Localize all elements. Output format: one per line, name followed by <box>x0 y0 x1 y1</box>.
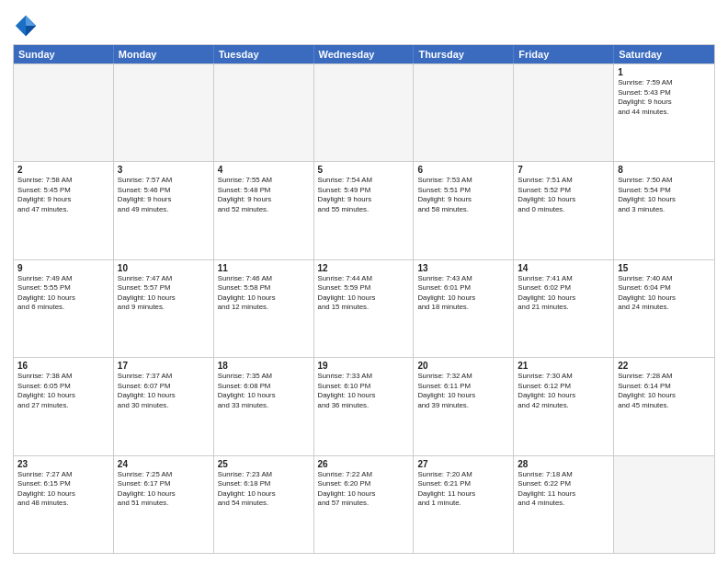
cal-cell-1-2: 4Sunrise: 7:55 AM Sunset: 5:48 PM Daylig… <box>214 162 314 259</box>
day-number: 21 <box>518 361 609 371</box>
day-number: 25 <box>218 459 310 469</box>
day-number: 17 <box>118 361 210 371</box>
day-number: 12 <box>318 263 410 273</box>
cal-cell-4-4: 27Sunrise: 7:20 AM Sunset: 6:21 PM Dayli… <box>414 456 514 553</box>
day-info: Sunrise: 7:27 AM Sunset: 6:15 PM Dayligh… <box>17 470 109 509</box>
cal-row-2: 9Sunrise: 7:49 AM Sunset: 5:55 PM Daylig… <box>14 259 714 357</box>
day-info: Sunrise: 7:33 AM Sunset: 6:10 PM Dayligh… <box>318 372 410 410</box>
day-number: 26 <box>318 459 410 469</box>
cal-row-0: 1Sunrise: 7:59 AM Sunset: 5:43 PM Daylig… <box>14 63 714 161</box>
cal-cell-0-1 <box>114 64 214 161</box>
cal-cell-2-1: 10Sunrise: 7:47 AM Sunset: 5:57 PM Dayli… <box>114 260 214 357</box>
cal-cell-3-1: 17Sunrise: 7:37 AM Sunset: 6:07 PM Dayli… <box>114 358 214 454</box>
day-info: Sunrise: 7:40 AM Sunset: 6:04 PM Dayligh… <box>618 274 711 313</box>
cal-cell-4-6 <box>614 456 714 553</box>
day-number: 9 <box>17 263 109 273</box>
cal-cell-3-4: 20Sunrise: 7:32 AM Sunset: 6:11 PM Dayli… <box>414 358 514 454</box>
cal-cell-1-1: 3Sunrise: 7:57 AM Sunset: 5:46 PM Daylig… <box>114 162 214 259</box>
day-info: Sunrise: 7:41 AM Sunset: 6:02 PM Dayligh… <box>518 274 609 313</box>
cal-cell-4-1: 24Sunrise: 7:25 AM Sunset: 6:17 PM Dayli… <box>114 456 214 553</box>
cal-cell-0-6: 1Sunrise: 7:59 AM Sunset: 5:43 PM Daylig… <box>614 64 714 161</box>
day-info: Sunrise: 7:28 AM Sunset: 6:14 PM Dayligh… <box>618 372 711 410</box>
day-info: Sunrise: 7:47 AM Sunset: 5:57 PM Dayligh… <box>118 274 210 313</box>
cal-cell-0-3 <box>314 64 415 161</box>
day-number: 6 <box>417 165 509 175</box>
calendar-body: 1Sunrise: 7:59 AM Sunset: 5:43 PM Daylig… <box>14 63 714 553</box>
cal-header-wednesday: Wednesday <box>314 45 415 63</box>
day-info: Sunrise: 7:53 AM Sunset: 5:51 PM Dayligh… <box>417 176 509 214</box>
cal-cell-1-0: 2Sunrise: 7:58 AM Sunset: 5:45 PM Daylig… <box>14 162 114 259</box>
day-info: Sunrise: 7:18 AM Sunset: 6:22 PM Dayligh… <box>518 470 609 509</box>
day-number: 10 <box>118 263 210 273</box>
cal-cell-0-2 <box>214 64 314 161</box>
cal-header-monday: Monday <box>114 45 214 63</box>
day-info: Sunrise: 7:57 AM Sunset: 5:46 PM Dayligh… <box>118 176 210 214</box>
cal-header-saturday: Saturday <box>614 45 714 63</box>
day-info: Sunrise: 7:43 AM Sunset: 6:01 PM Dayligh… <box>417 274 509 313</box>
day-number: 13 <box>417 263 509 273</box>
cal-row-3: 16Sunrise: 7:38 AM Sunset: 6:05 PM Dayli… <box>14 357 714 454</box>
cal-cell-4-5: 28Sunrise: 7:18 AM Sunset: 6:22 PM Dayli… <box>514 456 614 553</box>
day-info: Sunrise: 7:51 AM Sunset: 5:52 PM Dayligh… <box>518 176 609 214</box>
day-number: 18 <box>218 361 310 371</box>
cal-header-tuesday: Tuesday <box>214 45 314 63</box>
cal-cell-4-0: 23Sunrise: 7:27 AM Sunset: 6:15 PM Dayli… <box>14 456 114 553</box>
cal-cell-3-2: 18Sunrise: 7:35 AM Sunset: 6:08 PM Dayli… <box>214 358 314 454</box>
day-info: Sunrise: 7:55 AM Sunset: 5:48 PM Dayligh… <box>218 176 310 214</box>
day-number: 3 <box>118 165 210 175</box>
cal-cell-4-3: 26Sunrise: 7:22 AM Sunset: 6:20 PM Dayli… <box>314 456 415 553</box>
day-info: Sunrise: 7:58 AM Sunset: 5:45 PM Dayligh… <box>17 176 109 214</box>
cal-cell-2-4: 13Sunrise: 7:43 AM Sunset: 6:01 PM Dayli… <box>414 260 514 357</box>
cal-cell-3-0: 16Sunrise: 7:38 AM Sunset: 6:05 PM Dayli… <box>14 358 114 454</box>
cal-cell-1-5: 7Sunrise: 7:51 AM Sunset: 5:52 PM Daylig… <box>514 162 614 259</box>
logo <box>13 13 42 39</box>
svg-marker-1 <box>26 16 36 26</box>
day-number: 23 <box>17 459 109 469</box>
day-number: 15 <box>618 263 711 273</box>
cal-cell-0-5 <box>514 64 614 161</box>
calendar: SundayMondayTuesdayWednesdayThursdayFrid… <box>13 44 715 554</box>
page: SundayMondayTuesdayWednesdayThursdayFrid… <box>0 0 728 563</box>
day-number: 22 <box>618 361 711 371</box>
day-info: Sunrise: 7:46 AM Sunset: 5:58 PM Dayligh… <box>218 274 310 313</box>
day-info: Sunrise: 7:23 AM Sunset: 6:18 PM Dayligh… <box>218 470 310 509</box>
day-number: 16 <box>17 361 109 371</box>
day-info: Sunrise: 7:35 AM Sunset: 6:08 PM Dayligh… <box>218 372 310 410</box>
day-number: 19 <box>318 361 410 371</box>
cal-cell-0-0 <box>14 64 114 161</box>
day-number: 27 <box>417 459 509 469</box>
cal-cell-1-6: 8Sunrise: 7:50 AM Sunset: 5:54 PM Daylig… <box>614 162 714 259</box>
day-info: Sunrise: 7:50 AM Sunset: 5:54 PM Dayligh… <box>618 176 711 214</box>
day-number: 2 <box>17 165 109 175</box>
day-info: Sunrise: 7:54 AM Sunset: 5:49 PM Dayligh… <box>318 176 410 214</box>
header <box>13 9 715 39</box>
day-info: Sunrise: 7:25 AM Sunset: 6:17 PM Dayligh… <box>118 470 210 509</box>
svg-marker-2 <box>26 26 36 36</box>
day-number: 8 <box>618 165 711 175</box>
cal-cell-2-6: 15Sunrise: 7:40 AM Sunset: 6:04 PM Dayli… <box>614 260 714 357</box>
day-info: Sunrise: 7:38 AM Sunset: 6:05 PM Dayligh… <box>17 372 109 410</box>
day-info: Sunrise: 7:49 AM Sunset: 5:55 PM Dayligh… <box>17 274 109 313</box>
cal-cell-1-3: 5Sunrise: 7:54 AM Sunset: 5:49 PM Daylig… <box>314 162 415 259</box>
day-info: Sunrise: 7:32 AM Sunset: 6:11 PM Dayligh… <box>417 372 509 410</box>
cal-header-sunday: Sunday <box>14 45 114 63</box>
cal-cell-2-0: 9Sunrise: 7:49 AM Sunset: 5:55 PM Daylig… <box>14 260 114 357</box>
calendar-header-row: SundayMondayTuesdayWednesdayThursdayFrid… <box>14 45 714 63</box>
day-info: Sunrise: 7:37 AM Sunset: 6:07 PM Dayligh… <box>118 372 210 410</box>
cal-cell-4-2: 25Sunrise: 7:23 AM Sunset: 6:18 PM Dayli… <box>214 456 314 553</box>
cal-cell-2-5: 14Sunrise: 7:41 AM Sunset: 6:02 PM Dayli… <box>514 260 614 357</box>
day-number: 24 <box>118 459 210 469</box>
day-number: 14 <box>518 263 609 273</box>
cal-row-1: 2Sunrise: 7:58 AM Sunset: 5:45 PM Daylig… <box>14 161 714 259</box>
logo-icon <box>13 13 39 39</box>
cal-cell-0-4 <box>414 64 514 161</box>
cal-cell-2-3: 12Sunrise: 7:44 AM Sunset: 5:59 PM Dayli… <box>314 260 415 357</box>
cal-cell-3-3: 19Sunrise: 7:33 AM Sunset: 6:10 PM Dayli… <box>314 358 415 454</box>
day-info: Sunrise: 7:30 AM Sunset: 6:12 PM Dayligh… <box>518 372 609 410</box>
cal-header-thursday: Thursday <box>414 45 514 63</box>
cal-row-4: 23Sunrise: 7:27 AM Sunset: 6:15 PM Dayli… <box>14 455 714 553</box>
day-number: 4 <box>218 165 310 175</box>
day-info: Sunrise: 7:20 AM Sunset: 6:21 PM Dayligh… <box>417 470 509 509</box>
cal-cell-3-6: 22Sunrise: 7:28 AM Sunset: 6:14 PM Dayli… <box>614 358 714 454</box>
day-number: 20 <box>417 361 509 371</box>
